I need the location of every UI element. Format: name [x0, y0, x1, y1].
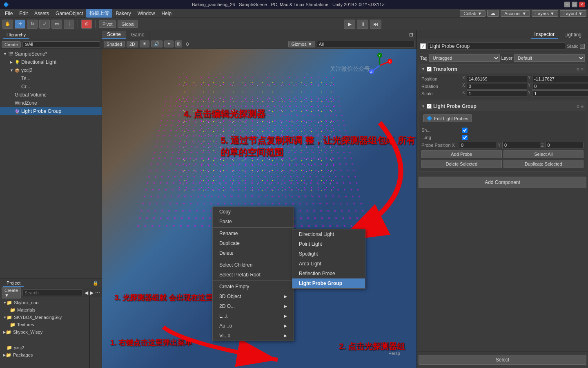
- menu-help[interactable]: Help: [158, 10, 175, 17]
- minimize-button[interactable]: ─: [564, 2, 570, 7]
- tool-rotate[interactable]: ↻: [27, 20, 38, 29]
- menu-window[interactable]: Window: [134, 10, 158, 17]
- light-sub-light-probe-group[interactable]: Light Probe Group: [292, 278, 365, 288]
- delete-selected-button[interactable]: Delete Selected: [421, 160, 502, 168]
- custom-tool[interactable]: ⊕: [81, 20, 92, 29]
- project-icon-2[interactable]: ▶: [90, 290, 94, 296]
- tool-transform[interactable]: ⊹: [64, 20, 74, 29]
- collab-button[interactable]: Collab ▼: [460, 10, 486, 17]
- transform-checkbox[interactable]: ✓: [427, 67, 432, 72]
- lpg-header[interactable]: ▼ ✓ Light Probe Group ⚙ ≡: [419, 101, 586, 111]
- lpg-checkbox[interactable]: ✓: [427, 104, 432, 109]
- menu-gameobject[interactable]: GameObject: [52, 10, 86, 17]
- hierarchy-item-te[interactable]: Te...: [0, 74, 102, 83]
- probe-pos-x-field[interactable]: [459, 142, 497, 148]
- tree-item-packages[interactable]: ▶ 📁 Packages: [0, 351, 89, 359]
- light-sub-reflection[interactable]: Reflection Probe: [292, 269, 365, 278]
- hierarchy-tab[interactable]: Hierarchy: [3, 31, 29, 39]
- ctx-select-prefab-root[interactable]: Select Prefab Root: [213, 270, 294, 280]
- hierarchy-search-input[interactable]: [22, 41, 100, 48]
- step-button[interactable]: ⏭: [370, 20, 381, 29]
- light-sub-directional[interactable]: Directional Light: [292, 229, 365, 239]
- rot-y-field[interactable]: [532, 83, 588, 90]
- project-panel-lock[interactable]: 🔒: [93, 280, 98, 286]
- tree-item-textures[interactable]: 📁 Textures: [0, 321, 89, 328]
- probe-pos-z-field[interactable]: [546, 142, 584, 148]
- tree-item-skybox-wispy[interactable]: ▶ 📁 Skybox_Wispy: [0, 328, 89, 336]
- pos-x-field[interactable]: [467, 76, 527, 82]
- 2d-button[interactable]: 2D: [127, 41, 138, 47]
- edit-light-probes-button[interactable]: 🔷 Edit Light Probes: [423, 114, 472, 122]
- hierarchy-item-directional-light[interactable]: ▶ 💡 Directional Light: [0, 58, 102, 66]
- rot-x-field[interactable]: [467, 83, 527, 90]
- project-tab[interactable]: Project: [3, 280, 24, 287]
- project-search-input[interactable]: [22, 289, 83, 296]
- tool-rect[interactable]: ▭: [51, 20, 62, 29]
- tool-scale[interactable]: ⤢: [39, 20, 50, 29]
- ctx-duplicate[interactable]: Duplicate: [213, 238, 294, 248]
- light-sub-area[interactable]: Area Light: [292, 259, 365, 269]
- select-all-button[interactable]: Select All: [503, 150, 584, 158]
- transform-header[interactable]: ▼ ✓ Transform ⚙ ≡: [419, 65, 586, 74]
- scale-y-field[interactable]: [532, 90, 588, 97]
- scene-view-tab[interactable]: Scene: [102, 31, 126, 39]
- add-probe-button[interactable]: Add Probe: [421, 150, 502, 158]
- light-sub-point[interactable]: Point Light: [292, 239, 365, 249]
- ctx-audio[interactable]: Au...o: [213, 321, 294, 331]
- scene-search-input[interactable]: [317, 41, 415, 47]
- layers-button[interactable]: Layers ▼: [532, 10, 558, 17]
- go-name-field[interactable]: [428, 43, 565, 50]
- account-button[interactable]: Account ▼: [501, 10, 530, 17]
- inspector-tab[interactable]: Inspector: [531, 31, 558, 39]
- global-button[interactable]: Global: [118, 20, 138, 28]
- project-create-button[interactable]: Create ▼: [2, 287, 21, 298]
- ctx-select-children[interactable]: Select Children: [213, 260, 294, 270]
- tool-move[interactable]: ✛: [15, 20, 25, 29]
- ctx-paste[interactable]: Paste: [213, 217, 294, 227]
- layout-button[interactable]: Layout ▼: [560, 10, 586, 17]
- baking-checkbox[interactable]: [462, 135, 468, 140]
- scene-viewport[interactable]: 关注微信公众号： Persp X Y Z 5. 通过节点复制和调 整，让: [102, 49, 416, 368]
- hierarchy-item-windzone[interactable]: WindZone: [0, 99, 102, 107]
- scene-gizmo[interactable]: X Y Z: [368, 53, 392, 78]
- show-wires-checkbox[interactable]: [462, 128, 468, 133]
- tool-hand[interactable]: ✋: [2, 20, 13, 29]
- audio-button[interactable]: 🔊: [151, 40, 163, 47]
- scene-maximize-icon[interactable]: ⊡: [406, 31, 416, 38]
- grid-button[interactable]: ⊞: [175, 40, 182, 47]
- fx-button[interactable]: ✦: [164, 40, 174, 47]
- ctx-rename[interactable]: Rename: [213, 229, 294, 238]
- tree-item-materials[interactable]: 📁 Materials: [0, 306, 89, 314]
- ctx-create-empty[interactable]: Create Empty: [213, 282, 294, 292]
- shaded-dropdown[interactable]: Shaded: [104, 41, 125, 47]
- duplicate-selected-button[interactable]: Duplicate Selected: [503, 160, 584, 168]
- ctx-3d-object[interactable]: 3D Object: [213, 292, 294, 301]
- lighting-tab[interactable]: Lighting: [561, 31, 585, 38]
- ctx-light[interactable]: L...t: [213, 311, 294, 321]
- ctx-2d-object[interactable]: 2D O...: [213, 301, 294, 311]
- menu-file[interactable]: File: [2, 10, 16, 17]
- hierarchy-item-light-probe-group[interactable]: 🔮 Light Probe Group: [0, 107, 102, 115]
- tree-item-skybox-nun[interactable]: ▼ 📁 Skybox_nun: [0, 299, 89, 306]
- tag-select[interactable]: Untagged: [429, 54, 500, 62]
- ctx-copy[interactable]: Copy: [213, 207, 294, 217]
- project-icon-3[interactable]: ⋯: [95, 290, 100, 296]
- play-button[interactable]: ▶: [344, 20, 355, 29]
- ctx-delete[interactable]: Delete: [213, 248, 294, 258]
- static-checkbox[interactable]: [580, 44, 585, 49]
- probe-pos-y-field[interactable]: [502, 142, 540, 148]
- hierarchy-item-scene[interactable]: ▼ 🎬 SampleScene*: [0, 50, 102, 58]
- pause-button[interactable]: ⏸: [357, 20, 368, 29]
- scale-x-field[interactable]: [467, 90, 527, 97]
- menu-bakery[interactable]: Bakery: [112, 10, 134, 17]
- light-sub-spotlight[interactable]: Spotlight: [292, 249, 365, 259]
- pivot-button[interactable]: Pivot: [99, 20, 116, 28]
- menu-edit[interactable]: Edit: [16, 10, 31, 17]
- close-button[interactable]: ✕: [579, 2, 585, 7]
- tree-item-skybox-menacing[interactable]: ▼ 📁 SKYBOX_MenacingSky: [0, 314, 89, 321]
- ctx-video[interactable]: Vi...o: [213, 331, 294, 341]
- project-icon-1[interactable]: ◀: [85, 290, 88, 296]
- menu-assets[interactable]: Assets: [31, 10, 52, 17]
- gizmos-button[interactable]: Gizmos ▼: [288, 41, 315, 47]
- lighting-button[interactable]: ☀: [140, 40, 149, 47]
